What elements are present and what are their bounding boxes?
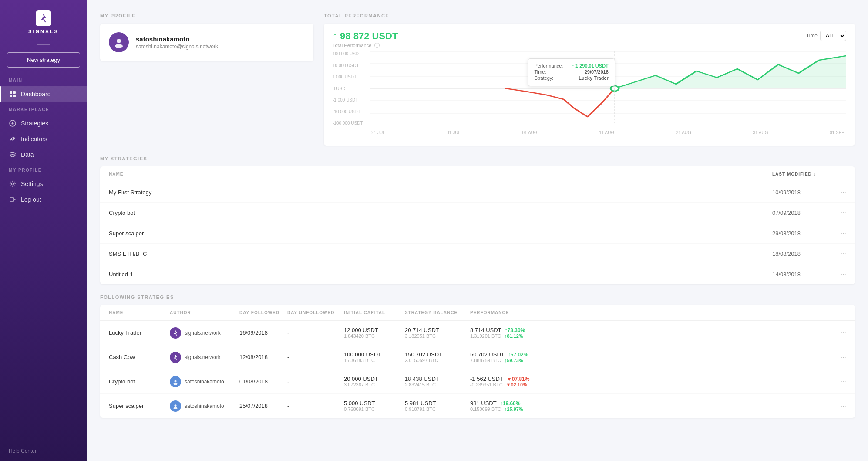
svg-point-23 xyxy=(174,404,176,407)
following-strategy-name: Cash Cow xyxy=(109,354,170,360)
perf-value-group: ↑ 98 872 USDT Total Performance i xyxy=(333,31,398,48)
following-author: satoshinakamoto xyxy=(170,376,239,387)
sidebar-item-label: Strategies xyxy=(21,120,48,127)
help-center-link[interactable]: Help Center xyxy=(0,441,87,461)
row-menu-button[interactable]: ··· xyxy=(833,250,846,258)
following-strategy-name: Super scalper xyxy=(109,403,170,409)
svg-rect-0 xyxy=(10,91,12,94)
sidebar-divider xyxy=(37,44,50,45)
sidebar-item-dashboard[interactable]: Dashboard xyxy=(0,86,87,102)
avatar xyxy=(109,32,129,52)
strategy-modified: 14/08/2018 xyxy=(772,271,833,278)
following-row-menu[interactable]: ··· xyxy=(833,378,846,386)
chart-container: 100 000 USDT 10 000 USDT 1 000 USDT 0 US… xyxy=(333,51,846,139)
strategies-icon xyxy=(9,119,17,127)
indicators-icon xyxy=(9,135,17,143)
row-menu-button[interactable]: ··· xyxy=(833,270,846,278)
following-initial-capital: 100 000 USDT 15.36183 BTC xyxy=(344,351,405,363)
following-performance: 8 714 USDT ↑73.30% 1.319201 BTC ↑81.12% xyxy=(470,327,833,339)
svg-rect-2 xyxy=(10,95,12,97)
top-row: MY PROFILE satoshinakamoto satoshi.nakam… xyxy=(100,13,855,146)
sidebar: SIGNALS New strategy MAIN Dashboard MARK… xyxy=(0,0,87,461)
performance-section-title: TOTAL PERFORMANCE xyxy=(324,13,855,18)
following-row-menu[interactable]: ··· xyxy=(833,329,846,337)
following-day-unfollowed: - xyxy=(287,378,344,385)
sidebar-item-label: Data xyxy=(21,151,34,158)
col-name-header: NAME xyxy=(109,172,772,176)
strategy-modified: 10/09/2018 xyxy=(772,189,833,196)
row-menu-button[interactable]: ··· xyxy=(833,229,846,237)
following-strategies-table: NAME AUTHOR DAY FOLLOWED DAY UNFOLLOWED … xyxy=(100,305,855,418)
following-strategies-title: FOLLOWING STRATEGIES xyxy=(100,295,855,300)
following-day-followed: 25/07/2018 xyxy=(239,403,287,409)
following-performance: -1 562 USDT ▼07.81% -0.239951 BTC ▼02.10… xyxy=(470,376,833,387)
strategy-modified: 18/08/2018 xyxy=(772,251,833,257)
row-menu-button[interactable]: ··· xyxy=(833,188,846,196)
fcol-author-header: AUTHOR xyxy=(170,310,239,315)
svg-point-24 xyxy=(174,407,178,409)
following-row: Lucky Trader signals.network 16/09/2018 … xyxy=(100,321,855,345)
sidebar-item-logout[interactable]: Log out xyxy=(0,192,87,207)
following-day-unfollowed: - xyxy=(287,329,344,336)
profile-info: satoshinakamoto satoshi.nakamoto@signals… xyxy=(136,35,218,50)
table-row: Untitled-1 14/08/2018 ··· xyxy=(100,264,855,284)
data-icon xyxy=(9,151,17,159)
new-strategy-button[interactable]: New strategy xyxy=(7,52,80,68)
following-header: NAME AUTHOR DAY FOLLOWED DAY UNFOLLOWED … xyxy=(100,305,855,321)
following-initial-capital: 12 000 USDT 1.843420 BTC xyxy=(344,327,405,339)
following-strategy-name: Lucky Trader xyxy=(109,329,170,336)
sidebar-item-indicators[interactable]: Indicators xyxy=(0,131,87,147)
following-row: Cash Cow signals.network 12/08/2018 - 10… xyxy=(100,345,855,369)
row-menu-button[interactable]: ··· xyxy=(833,209,846,217)
my-strategies-section: MY STRATEGIES NAME LAST MODIFIED ↓ My Fi… xyxy=(100,156,855,284)
strategy-name: Untitled-1 xyxy=(109,271,772,278)
following-performance: 50 702 USDT ↑57.02% 7.888759 BTC ↑59.73% xyxy=(470,351,833,363)
following-day-unfollowed: - xyxy=(287,403,344,409)
logo-text: SIGNALS xyxy=(28,29,59,34)
author-avatar xyxy=(170,376,181,387)
sidebar-item-label: Log out xyxy=(21,196,41,203)
following-row-menu[interactable]: ··· xyxy=(833,402,846,410)
fcol-name-header: NAME xyxy=(109,310,170,315)
following-initial-capital: 5 000 USDT 0.768091 BTC xyxy=(344,400,405,412)
sidebar-item-label: Dashboard xyxy=(21,91,51,98)
following-strategy-balance: 150 702 USDT 23.150597 BTC xyxy=(405,351,470,363)
sidebar-item-settings[interactable]: Settings xyxy=(0,176,87,192)
settings-icon xyxy=(9,180,17,188)
chart-x-labels: 21 JUL 31 JUL 01 AUG 11 AUG 21 AUG 31 AU… xyxy=(370,126,846,139)
table-row: My First Strategy 10/09/2018 ··· xyxy=(100,182,855,203)
active-indicator xyxy=(0,86,1,102)
dashboard-icon xyxy=(9,90,17,98)
following-day-followed: 12/08/2018 xyxy=(239,354,287,360)
strategy-name: My First Strategy xyxy=(109,189,772,196)
table-row: SMS ETH/BTC 18/08/2018 ··· xyxy=(100,244,855,264)
following-row: Crypto bot satoshinakamoto 01/08/2018 - … xyxy=(100,369,855,394)
performance-card: ↑ 98 872 USDT Total Performance i Time A… xyxy=(324,24,855,146)
time-dropdown[interactable]: ALL 1W 1M 3M xyxy=(820,31,846,41)
strategy-name: Super scalper xyxy=(109,230,772,237)
following-row: Super scalper satoshinakamoto 25/07/2018… xyxy=(100,394,855,418)
following-author: signals.network xyxy=(170,352,239,363)
svg-point-21 xyxy=(174,380,176,382)
logout-icon xyxy=(9,196,17,203)
following-performance: 981 USDT ↑19.60% 0.150699 BTC ↑25.97% xyxy=(470,400,833,412)
sidebar-item-strategies[interactable]: Strategies xyxy=(0,115,87,131)
my-strategies-table: NAME LAST MODIFIED ↓ My First Strategy 1… xyxy=(100,166,855,284)
following-row-menu[interactable]: ··· xyxy=(833,353,846,361)
fcol-unfollowed-header[interactable]: DAY UNFOLLOWED ↑ xyxy=(287,310,344,315)
following-strategy-balance: 5 981 USDT 0.918791 BTC xyxy=(405,400,470,412)
following-day-followed: 16/09/2018 xyxy=(239,329,287,336)
svg-rect-1 xyxy=(13,91,16,94)
following-day-followed: 01/08/2018 xyxy=(239,378,287,385)
svg-rect-3 xyxy=(13,95,16,97)
author-avatar xyxy=(170,327,181,339)
sidebar-item-label: Indicators xyxy=(21,136,47,142)
svg-rect-8 xyxy=(10,197,13,202)
following-initial-capital: 20 000 USDT 3.072367 BTC xyxy=(344,376,405,387)
col-modified-header[interactable]: LAST MODIFIED ↓ xyxy=(772,172,833,176)
strategy-modified: 07/09/2018 xyxy=(772,210,833,216)
sidebar-item-data[interactable]: Data xyxy=(0,147,87,163)
profile-card: satoshinakamoto satoshi.nakamoto@signals… xyxy=(100,24,313,61)
following-strategy-balance: 20 714 USDT 3.182051 BTC xyxy=(405,327,470,339)
fcol-initial-header: INITIAL CAPITAL xyxy=(344,310,405,315)
